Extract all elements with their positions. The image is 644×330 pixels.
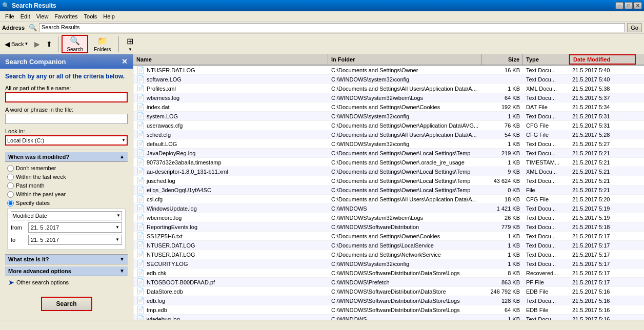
col-header-name[interactable]: Name xyxy=(133,54,328,65)
cell-size: 1 KB xyxy=(482,232,523,240)
table-row[interactable]: 📄 tmp.edb C:\WINDOWS\SoftwareDistributio… xyxy=(133,305,644,315)
views-button[interactable]: ⊞ ▼ xyxy=(122,35,138,53)
to-date-input[interactable]: 21. 5 .2017 ▼ xyxy=(28,235,122,245)
table-row[interactable]: 📄 SS1ZP5H6.txt C:\Documents and Settings… xyxy=(133,232,644,241)
maximize-button[interactable]: □ xyxy=(625,2,633,9)
file-icon: 📄 xyxy=(136,168,145,175)
panel-title: Search Companion xyxy=(5,58,66,66)
file-icon: 📄 xyxy=(136,306,145,314)
table-row[interactable]: 📄 90737d32e3aba4a.timestamp C:\Documents… xyxy=(133,158,644,167)
menu-edit[interactable]: Edit xyxy=(17,12,33,20)
table-row[interactable]: 📄 wiadebug.log C:\WINDOWS 1 KB Text Docu… xyxy=(133,315,644,320)
up-button[interactable]: ⬆ xyxy=(44,37,55,51)
file-icon: 📄 xyxy=(136,297,145,304)
close-button[interactable]: ✕ xyxy=(634,2,642,9)
menu-tools[interactable]: Tools xyxy=(81,12,100,20)
table-row[interactable]: 📄 index.dat C:\Documents and Settings\Ow… xyxy=(133,102,644,112)
radio-last-week-input[interactable] xyxy=(7,174,14,180)
cell-name: 📄 sched.cfg xyxy=(133,130,328,139)
table-row[interactable]: 📄 au-descriptor-1.8.0_131-b11.xml C:\Doc… xyxy=(133,167,644,176)
folders-button[interactable]: 📁 Folders xyxy=(89,35,115,53)
cell-folder: C:\Documents and Settings\LocalService xyxy=(328,241,482,250)
table-row[interactable]: 📄 NTUSER.DAT.LOG C:\Documents and Settin… xyxy=(133,66,644,75)
address-input[interactable]: Search Results xyxy=(39,23,625,32)
file-icon: 📄 xyxy=(136,177,145,184)
table-row[interactable]: 📄 etlqs_3denOgqU1yfA4SC C:\Documents and… xyxy=(133,185,644,195)
table-row[interactable]: 📄 system.LOG C:\WINDOWS\system32\config … xyxy=(133,112,644,121)
go-button[interactable]: Go xyxy=(627,23,642,32)
advanced-section-header[interactable]: More advanced options ▼ xyxy=(5,266,128,276)
window-icon: 🔍 xyxy=(2,2,10,9)
table-row[interactable]: 📄 NTUSER.DAT.LOG C:\Documents and Settin… xyxy=(133,241,644,250)
advanced-collapse-icon: ▼ xyxy=(119,268,125,274)
table-row[interactable]: 📄 NTOSBOOT-B00DFAAD.pf C:\WINDOWS\Prefet… xyxy=(133,278,644,287)
minimize-button[interactable]: ─ xyxy=(615,2,623,9)
other-options-label: Other search options xyxy=(16,279,69,285)
back-button[interactable]: ◀ Back ▼ xyxy=(2,37,31,51)
table-row[interactable]: 📄 userawacs.cfg C:\Documents and Setting… xyxy=(133,121,644,130)
menu-file[interactable]: File xyxy=(2,12,17,20)
lookin-select[interactable]: Local Disk (C:) ▼ xyxy=(5,135,128,146)
filename-input[interactable] xyxy=(5,92,128,102)
col-header-size[interactable]: Size xyxy=(482,54,523,65)
table-row[interactable]: 📄 WindowsUpdate.log C:\WINDOWS 1 421 KB … xyxy=(133,204,644,213)
date-type-select[interactable]: Modified Date ▼ xyxy=(11,211,122,220)
file-name: SS1ZP5H6.txt xyxy=(147,233,183,239)
phrase-input[interactable] xyxy=(5,114,128,124)
cell-type: PF File xyxy=(523,278,569,286)
cell-name: 📄 WindowsUpdate.log xyxy=(133,204,328,213)
statusbar xyxy=(0,320,644,330)
col-header-type[interactable]: Type xyxy=(523,54,569,65)
size-section-header[interactable]: What size is it? ▼ xyxy=(5,254,128,264)
table-row[interactable]: 📄 DataStore.edb C:\WINDOWS\SoftwareDistr… xyxy=(133,287,644,296)
table-row[interactable]: 📄 sched.cfg C:\Documents and Settings\Al… xyxy=(133,130,644,139)
table-row[interactable]: 📄 ReportingEvents.log C:\WINDOWS\Softwar… xyxy=(133,222,644,232)
file-name: NTOSBOOT-B00DFAAD.pf xyxy=(147,279,215,285)
radio-past-year-input[interactable] xyxy=(7,191,14,198)
radio-specify-dates: Specify dates xyxy=(7,200,126,207)
panel-close-button[interactable]: ✕ xyxy=(122,57,128,66)
menu-view[interactable]: View xyxy=(33,12,52,20)
cell-type: DAT File xyxy=(523,102,569,111)
toolbar-separator-2 xyxy=(118,36,119,52)
table-row[interactable]: 📄 csl.cfg C:\Documents and Settings\All … xyxy=(133,195,644,204)
search-button[interactable]: 🔍 Search xyxy=(62,35,88,53)
cell-name: 📄 default.LOG xyxy=(133,139,328,148)
file-name: wbemess.log xyxy=(147,95,179,101)
menu-help[interactable]: Help xyxy=(100,12,118,20)
table-row[interactable]: 📄 jusched.log C:\Documents and Settings\… xyxy=(133,176,644,185)
col-type-label: Type xyxy=(526,56,539,63)
file-icon: 📄 xyxy=(136,94,145,101)
table-row[interactable]: 📄 software.LOG C:\WINDOWS\system32\confi… xyxy=(133,75,644,84)
from-date-input[interactable]: 21. 5 .2017 ▼ xyxy=(28,222,122,233)
cell-type: XML Docu... xyxy=(523,84,569,93)
table-row[interactable]: 📄 default.LOG C:\WINDOWS\system32\config… xyxy=(133,139,644,149)
table-row[interactable]: 📄 NTUSER.DAT.LOG C:\Documents and Settin… xyxy=(133,250,644,259)
radio-past-month-input[interactable] xyxy=(7,182,14,189)
cell-folder: C:\Documents and Settings\Owner\Local Se… xyxy=(328,185,482,194)
file-list[interactable]: 📄 NTUSER.DAT.LOG C:\Documents and Settin… xyxy=(133,66,644,320)
when-modified-header[interactable]: When was it modified? ▲ xyxy=(5,152,128,162)
cell-size: 1 KB xyxy=(482,241,523,250)
address-label: Address xyxy=(2,25,25,31)
col-header-folder[interactable]: In Folder xyxy=(328,54,482,65)
table-row[interactable]: 📄 wbemess.log C:\WINDOWS\system32\wbem\L… xyxy=(133,93,644,102)
cell-date: 21.5.2017 5:31 xyxy=(569,121,636,130)
file-icon: 📄 xyxy=(136,232,145,240)
radio-specify-dates-input[interactable] xyxy=(7,200,14,207)
forward-button[interactable]: ▶ xyxy=(32,37,43,51)
table-row[interactable]: 📄 wbemcore.log C:\WINDOWS\system32\wbem\… xyxy=(133,213,644,222)
menu-favorites[interactable]: Favorites xyxy=(51,12,80,20)
table-row[interactable]: 📄 edb.chk C:\WINDOWS\SoftwareDistributio… xyxy=(133,269,644,278)
table-row[interactable]: 📄 SECURITY.LOG C:\WINDOWS\system32\confi… xyxy=(133,259,644,269)
radio-dont-remember-input[interactable] xyxy=(7,165,14,172)
table-row[interactable]: 📄 Profiles.xml C:\Documents and Settings… xyxy=(133,84,644,93)
table-row[interactable]: 📄 JavaDeployReg.log C:\Documents and Set… xyxy=(133,149,644,158)
search-submit-button[interactable]: Search xyxy=(41,297,92,311)
titlebar-buttons: ─ □ ✕ xyxy=(615,2,642,9)
cell-type: Text Docu... xyxy=(523,93,569,102)
col-header-date[interactable]: Date Modified xyxy=(569,54,636,65)
cell-date: 21.5.2017 5:38 xyxy=(569,84,636,93)
other-options-row[interactable]: ➤ Other search options xyxy=(5,276,128,288)
table-row[interactable]: 📄 edb.log C:\WINDOWS\SoftwareDistributio… xyxy=(133,296,644,305)
